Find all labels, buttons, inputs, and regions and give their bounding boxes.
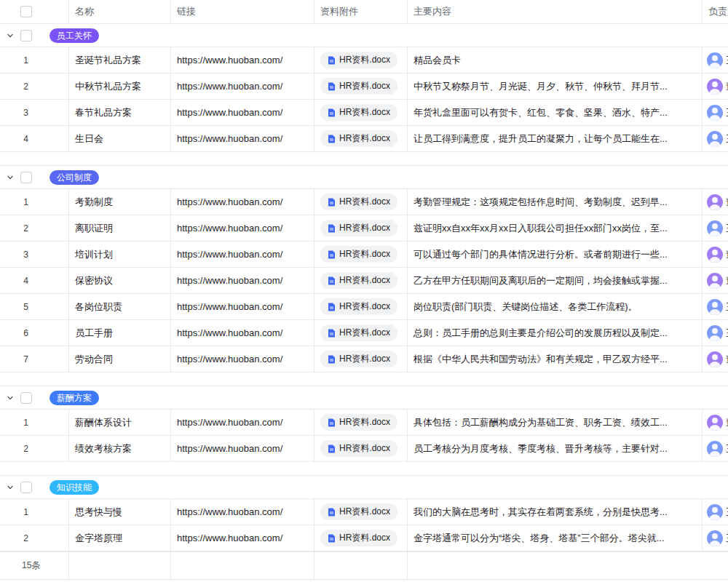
record-owner[interactable]: 三 xyxy=(703,436,728,461)
row-selector-cell[interactable]: 4 xyxy=(0,126,69,151)
row-selector-cell[interactable]: 6 xyxy=(0,320,69,346)
group-badge[interactable]: 公司制度 xyxy=(50,170,99,185)
table-row[interactable]: 2 绩效考核方案 https://www.huoban.com/ HR资料.do… xyxy=(0,436,728,462)
row-selector-cell[interactable]: 5 xyxy=(0,294,69,319)
row-selector-cell[interactable]: 1 xyxy=(0,189,69,215)
attachment-chip[interactable]: HR资料.docx xyxy=(320,530,397,546)
group-select-checkbox[interactable] xyxy=(20,172,32,183)
record-name[interactable]: 金字塔原理 xyxy=(69,525,171,551)
group-badge[interactable]: 知识技能 xyxy=(50,480,99,495)
record-link[interactable]: https://www.huoban.com/ xyxy=(171,320,314,346)
group-select-checkbox[interactable] xyxy=(20,30,32,41)
record-link[interactable]: https://www.huoban.com/ xyxy=(171,294,314,319)
column-header-name[interactable]: 名称 xyxy=(69,0,171,23)
group-select-checkbox[interactable] xyxy=(20,482,32,493)
row-selector-cell[interactable]: 1 xyxy=(0,499,69,525)
select-all-checkbox[interactable] xyxy=(20,6,32,17)
table-row[interactable]: 2 离职证明 https://www.huoban.com/ HR资料.docx… xyxy=(0,215,728,242)
table-row[interactable]: 2 中秋节礼品方案 https://www.huoban.com/ HR资料.d… xyxy=(0,73,728,100)
table-row[interactable]: 5 各岗位职责 https://www.huoban.com/ HR资料.doc… xyxy=(0,294,728,320)
attachment-chip[interactable]: HR资料.docx xyxy=(320,272,397,289)
row-selector-cell[interactable]: 2 xyxy=(0,436,69,461)
row-selector-cell[interactable]: 3 xyxy=(0,100,69,125)
attachment-chip[interactable]: HR资料.docx xyxy=(320,414,397,431)
record-link[interactable]: https://www.huoban.com/ xyxy=(171,100,314,125)
record-owner[interactable]: 三 xyxy=(703,294,728,319)
record-name[interactable]: 薪酬体系设计 xyxy=(69,410,171,435)
record-name[interactable]: 考勤制度 xyxy=(69,189,171,215)
record-name[interactable]: 圣诞节礼品方案 xyxy=(69,47,171,73)
table-row[interactable]: 6 员工手册 https://www.huoban.com/ HR资料.docx… xyxy=(0,320,728,346)
attachment-chip[interactable]: HR资料.docx xyxy=(320,52,397,68)
record-owner[interactable]: 董 xyxy=(703,410,728,435)
record-owner[interactable]: 三 xyxy=(703,126,728,151)
record-name[interactable]: 中秋节礼品方案 xyxy=(69,73,171,99)
row-selector-cell[interactable]: 3 xyxy=(0,242,69,267)
attachment-chip[interactable]: HR资料.docx xyxy=(320,104,397,121)
table-row[interactable]: 2 金字塔原理 https://www.huoban.com/ HR资料.doc… xyxy=(0,525,728,551)
row-selector-cell[interactable]: 1 xyxy=(0,47,69,73)
record-link[interactable]: https://www.huoban.com/ xyxy=(171,189,314,215)
record-name[interactable]: 各岗位职责 xyxy=(69,294,171,319)
column-header-content[interactable]: 主要内容 xyxy=(408,0,703,23)
table-row[interactable]: 1 薪酬体系设计 https://www.huoban.com/ HR资料.do… xyxy=(0,410,728,436)
record-owner[interactable]: 董 xyxy=(703,189,728,215)
collapse-group-icon[interactable] xyxy=(7,32,14,39)
attachment-chip[interactable]: HR资料.docx xyxy=(320,503,397,520)
table-row[interactable]: 3 春节礼品方案 https://www.huoban.com/ HR资料.do… xyxy=(0,100,728,126)
record-name[interactable]: 思考快与慢 xyxy=(69,499,171,525)
row-selector-cell[interactable]: 4 xyxy=(0,268,69,293)
record-owner[interactable]: 董 xyxy=(703,268,728,293)
group-badge[interactable]: 薪酬方案 xyxy=(50,391,99,405)
row-selector-cell[interactable]: 2 xyxy=(0,215,69,241)
record-name[interactable]: 保密协议 xyxy=(69,268,171,293)
table-row[interactable]: 1 考勤制度 https://www.huoban.com/ HR资料.docx… xyxy=(0,189,728,215)
record-link[interactable]: https://www.huoban.com/ xyxy=(171,268,314,293)
attachment-chip[interactable]: HR资料.docx xyxy=(320,440,397,457)
record-name[interactable]: 绩效考核方案 xyxy=(69,436,171,461)
record-link[interactable]: https://www.huoban.com/ xyxy=(171,525,314,551)
record-link[interactable]: https://www.huoban.com/ xyxy=(171,47,314,73)
record-owner[interactable]: 三 xyxy=(703,47,728,73)
row-selector-cell[interactable]: 7 xyxy=(0,346,69,372)
column-header-owner[interactable]: 负责人 xyxy=(703,0,728,23)
row-selector-cell[interactable]: 1 xyxy=(0,410,69,435)
record-owner[interactable]: 董 xyxy=(703,73,728,99)
record-link[interactable]: https://www.huoban.com/ xyxy=(171,73,314,99)
table-row[interactable]: 4 保密协议 https://www.huoban.com/ HR资料.docx… xyxy=(0,268,728,294)
attachment-chip[interactable]: HR资料.docx xyxy=(320,130,397,147)
record-link[interactable]: https://www.huoban.com/ xyxy=(171,242,314,267)
group-select-checkbox[interactable] xyxy=(20,392,32,404)
table-row[interactable]: 7 劳动合同 https://www.huoban.com/ HR资料.docx… xyxy=(0,346,728,372)
record-owner[interactable]: 董 xyxy=(703,346,728,372)
row-selector-cell[interactable]: 2 xyxy=(0,73,69,99)
record-owner[interactable]: 三 xyxy=(703,215,728,241)
record-link[interactable]: https://www.huoban.com/ xyxy=(171,436,314,461)
row-selector-cell[interactable]: 2 xyxy=(0,525,69,551)
attachment-chip[interactable]: HR资料.docx xyxy=(320,78,397,95)
record-name[interactable]: 培训计划 xyxy=(69,242,171,267)
attachment-chip[interactable]: HR资料.docx xyxy=(320,194,397,210)
table-row[interactable]: 3 培训计划 https://www.huoban.com/ HR资料.docx… xyxy=(0,242,728,268)
record-owner[interactable]: 三 xyxy=(703,320,728,346)
table-row[interactable]: 1 圣诞节礼品方案 https://www.huoban.com/ HR资料.d… xyxy=(0,47,728,73)
record-link[interactable]: https://www.huoban.com/ xyxy=(171,499,314,525)
table-row[interactable]: 4 生日会 https://www.huoban.com/ HR资料.docx … xyxy=(0,126,728,152)
table-row[interactable]: 1 思考快与慢 https://www.huoban.com/ HR资料.doc… xyxy=(0,499,728,525)
record-owner[interactable]: 三 xyxy=(703,525,728,551)
attachment-chip[interactable]: HR资料.docx xyxy=(320,246,397,263)
record-name[interactable]: 生日会 xyxy=(69,126,171,151)
record-owner[interactable]: 三 xyxy=(703,100,728,125)
record-name[interactable]: 员工手册 xyxy=(69,320,171,346)
collapse-group-icon[interactable] xyxy=(7,394,14,402)
record-owner[interactable]: 三 xyxy=(703,499,728,525)
record-link[interactable]: https://www.huoban.com/ xyxy=(171,215,314,241)
attachment-chip[interactable]: HR资料.docx xyxy=(320,220,397,236)
record-link[interactable]: https://www.huoban.com/ xyxy=(171,346,314,372)
column-header-link[interactable]: 链接 xyxy=(171,0,314,23)
collapse-group-icon[interactable] xyxy=(7,174,14,181)
collapse-group-icon[interactable] xyxy=(7,484,14,491)
record-name[interactable]: 春节礼品方案 xyxy=(69,100,171,125)
record-link[interactable]: https://www.huoban.com/ xyxy=(171,126,314,151)
record-owner[interactable]: 董 xyxy=(703,242,728,267)
